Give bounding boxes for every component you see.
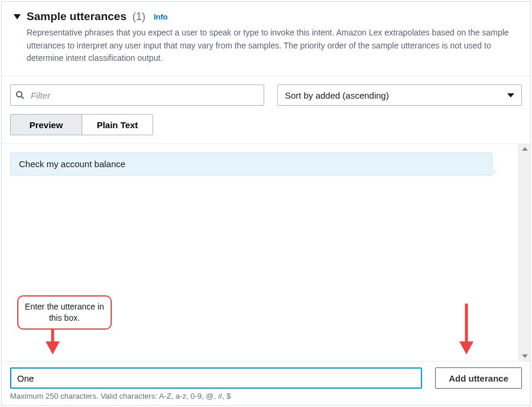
collapse-toggle-icon[interactable] — [14, 14, 21, 19]
svg-marker-3 — [46, 341, 60, 354]
input-hint: Maximum 250 characters. Valid characters… — [10, 392, 522, 401]
scroll-up-icon[interactable] — [522, 147, 528, 151]
controls-bar: Sort by added (ascending) Preview Plain … — [2, 76, 530, 144]
scrollbar[interactable] — [518, 144, 530, 361]
section-title: Sample utterances — [27, 10, 126, 23]
search-icon — [15, 90, 25, 100]
utterance-list: Check my account balance Enter the utter… — [2, 144, 518, 361]
utterance-workspace: Check my account balance Enter the utter… — [2, 144, 530, 361]
sample-utterances-panel: Sample utterances (1) Info Representativ… — [1, 1, 531, 406]
svg-point-0 — [17, 92, 22, 97]
tab-plain-text[interactable]: Plain Text — [82, 115, 153, 135]
annotation-arrow-right — [449, 304, 484, 357]
utterance-text: Check my account balance — [19, 159, 125, 169]
utterance-count: (1) — [132, 11, 145, 23]
svg-marker-5 — [459, 341, 473, 354]
sort-select[interactable]: Sort by added (ascending) — [277, 84, 522, 106]
chevron-down-icon — [507, 93, 514, 97]
add-utterance-button[interactable]: Add utterance — [435, 367, 522, 389]
footer-bar: Add utterance Maximum 250 characters. Va… — [2, 361, 530, 405]
annotation-arrow-left — [35, 326, 70, 357]
info-link[interactable]: Info — [154, 12, 168, 21]
panel-header: Sample utterances (1) Info Representativ… — [2, 2, 530, 76]
svg-line-1 — [22, 97, 24, 99]
utterance-input[interactable] — [10, 367, 422, 389]
tab-preview[interactable]: Preview — [11, 115, 82, 135]
view-mode-toggle: Preview Plain Text — [10, 114, 153, 135]
filter-input[interactable] — [10, 84, 264, 106]
utterance-bubble[interactable]: Check my account balance — [10, 152, 492, 175]
scroll-down-icon[interactable] — [522, 354, 528, 358]
annotation-callout: Enter the utterance in this box. — [17, 295, 112, 330]
sort-select-label: Sort by added (ascending) — [285, 90, 389, 100]
section-description: Representative phrases that you expect a… — [14, 27, 518, 65]
